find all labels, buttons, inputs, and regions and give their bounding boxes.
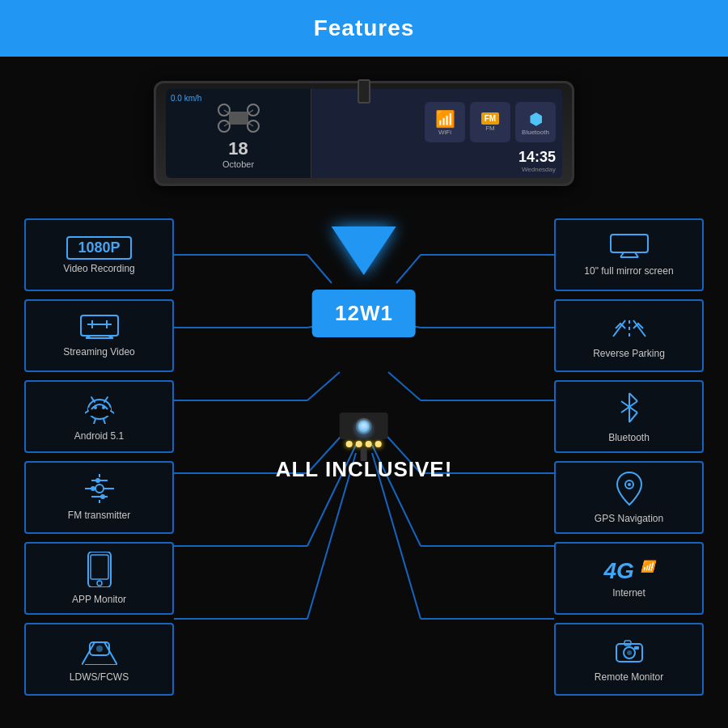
bt-icon-box: ⬢ Bluetooth xyxy=(515,102,556,142)
feature-label-remote: Remote Monitor xyxy=(595,671,663,683)
svg-point-58 xyxy=(100,494,105,499)
svg-rect-70 xyxy=(611,235,648,252)
svg-point-66 xyxy=(96,645,103,652)
svg-point-50 xyxy=(95,485,104,493)
svg-rect-88 xyxy=(634,646,639,650)
feature-label-fm: FM transmitter xyxy=(68,510,130,521)
feature-label-streaming: Streaming Video xyxy=(63,346,135,358)
feature-label-reverse: Reverse Parking xyxy=(593,348,665,359)
svg-line-74 xyxy=(613,320,625,336)
remote-monitor-icon xyxy=(612,636,647,668)
left-features: 1080P Video Recording xyxy=(24,218,174,696)
fm-icon: FM xyxy=(481,112,499,125)
svg-line-5 xyxy=(224,110,229,113)
wifi-icon: 📶 xyxy=(435,109,455,129)
svg-rect-0 xyxy=(229,112,248,125)
screen-left-panel: 0.0 km/h xyxy=(166,89,311,178)
ldws-icon xyxy=(82,636,117,668)
svg-line-8 xyxy=(248,123,253,126)
svg-line-7 xyxy=(224,123,229,126)
date-display: 18 October xyxy=(222,138,254,169)
svg-rect-62 xyxy=(88,552,111,587)
svg-line-47 xyxy=(111,411,114,414)
cam-led-2 xyxy=(356,441,362,447)
features-area: 1080P Video Recording xyxy=(0,218,728,728)
feature-label-gps: GPS Navigation xyxy=(595,513,663,524)
feature-internet: 4G 📶 Internet xyxy=(554,542,704,615)
cam-glow xyxy=(352,417,376,441)
feature-android: Android 5.1 xyxy=(24,380,174,453)
svg-line-81 xyxy=(629,413,637,422)
feature-label-bluetooth: Bluetooth xyxy=(608,432,650,443)
app-monitor-icon xyxy=(86,552,113,590)
cam-body xyxy=(340,413,388,439)
feature-remote-monitor: Remote Monitor xyxy=(554,623,704,696)
bluetooth-feature-icon xyxy=(617,390,641,429)
fm-transmitter-icon xyxy=(82,474,117,506)
mirror-screen-icon xyxy=(609,233,650,262)
screen-right-panel: 📶 WiFi FM FM ⬢ Bluetooth 14:35 xyxy=(311,89,562,178)
svg-rect-33 xyxy=(81,315,118,336)
svg-point-61 xyxy=(91,486,95,491)
cam-led-3 xyxy=(366,441,372,447)
screen-icons: 📶 WiFi FM FM ⬢ Bluetooth xyxy=(425,94,556,142)
svg-line-80 xyxy=(629,393,637,401)
svg-line-48 xyxy=(94,419,95,424)
speed-display: 0.0 km/h xyxy=(171,94,201,103)
fm-icon-box: FM FM xyxy=(470,102,510,142)
svg-point-42 xyxy=(94,406,97,409)
svg-line-49 xyxy=(104,419,105,424)
svg-line-75 xyxy=(633,320,645,336)
time-area: 14:35 Wednesday xyxy=(518,149,556,173)
mirror-device: 0.0 km/h xyxy=(154,81,574,186)
feature-reverse-parking: Reverse Parking xyxy=(554,299,704,372)
feature-app: APP Monitor xyxy=(24,542,174,615)
feature-fm: FM transmitter xyxy=(24,461,174,534)
main-content: 0.0 km/h xyxy=(0,57,728,728)
svg-point-64 xyxy=(97,581,102,586)
svg-point-86 xyxy=(627,650,632,655)
mirror-device-container: 0.0 km/h xyxy=(0,57,728,218)
reverse-parking-icon xyxy=(609,312,650,345)
cam-base xyxy=(361,447,367,461)
badge-12w1: 12W1 xyxy=(312,290,416,337)
svg-line-46 xyxy=(85,411,88,414)
svg-rect-63 xyxy=(91,555,108,579)
svg-line-67 xyxy=(82,642,95,665)
feature-label-video-recording: Video Recording xyxy=(63,263,135,274)
cam-leds xyxy=(346,441,382,447)
header: Features xyxy=(0,0,728,57)
feature-video-recording: 1080P Video Recording xyxy=(24,218,174,291)
android-icon xyxy=(85,392,114,427)
bluetooth-icon: ⬢ xyxy=(529,109,543,129)
feature-label-ldws: LDWS/FCWS xyxy=(70,671,129,683)
4g-icon: 4G 📶 xyxy=(603,558,654,584)
feature-gps: GPS Navigation xyxy=(554,461,704,534)
car-icon-area xyxy=(206,98,271,138)
svg-point-83 xyxy=(628,483,631,486)
svg-point-43 xyxy=(102,406,105,409)
cam-led-1 xyxy=(346,441,353,447)
wifi-icon-box: 📶 WiFi xyxy=(425,102,465,142)
camera-stub xyxy=(358,79,370,104)
feature-bluetooth: Bluetooth xyxy=(554,380,704,453)
feature-ldws: LDWS/FCWS xyxy=(24,623,174,696)
cam-led-4 xyxy=(375,441,382,447)
page-title: Features xyxy=(314,15,415,41)
center-area: 12W1 ALL INCLUSIVE! xyxy=(276,218,453,482)
gps-icon xyxy=(616,471,643,510)
1080p-badge-icon: 1080P xyxy=(66,236,131,260)
feature-label-internet: Internet xyxy=(612,587,645,599)
svg-line-68 xyxy=(104,642,117,665)
feature-mirror-screen: 10" full mirror screen xyxy=(554,218,704,291)
feature-label-app: APP Monitor xyxy=(72,594,126,605)
streaming-icon xyxy=(79,314,120,343)
big-arrow xyxy=(332,226,396,275)
feature-streaming-video: Streaming Video xyxy=(24,299,174,372)
right-features: 10" full mirror screen Reverse Parking xyxy=(554,218,704,696)
svg-point-56 xyxy=(95,478,100,483)
feature-label-mirror: 10" full mirror screen xyxy=(584,265,673,277)
feature-label-android: Android 5.1 xyxy=(74,430,124,442)
rear-camera xyxy=(336,413,392,461)
svg-line-6 xyxy=(248,110,253,113)
